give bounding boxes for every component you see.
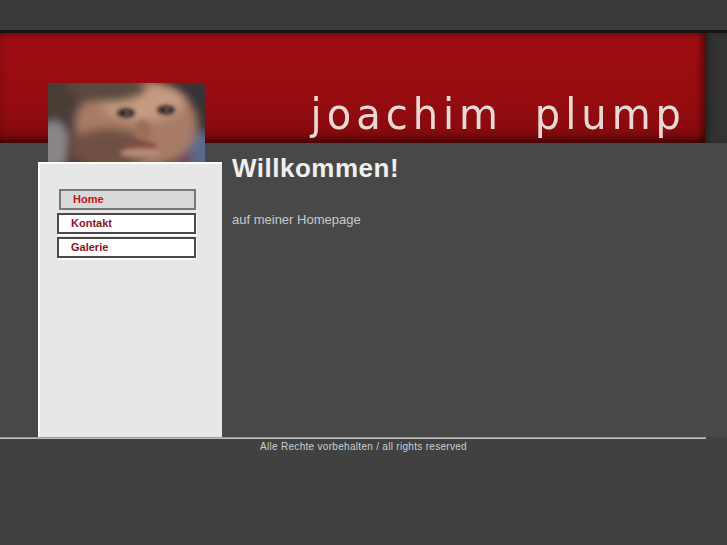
banner-right-gap	[705, 33, 727, 143]
page: joachim plump	[0, 0, 727, 545]
site-logo: joachim plump	[311, 90, 686, 139]
page-subtitle: auf meiner Homepage	[232, 212, 361, 227]
nav-item-kontakt[interactable]: Kontakt	[57, 213, 196, 234]
page-title: Willkommen!	[232, 153, 399, 184]
footer-divider	[0, 437, 706, 439]
main-navigation: Home Kontakt Galerie	[40, 164, 222, 258]
sidebar: Home Kontakt Galerie	[38, 162, 222, 437]
portrait-photo	[48, 83, 205, 163]
nav-item-home[interactable]: Home	[59, 189, 196, 210]
portrait-photo-image	[48, 83, 205, 163]
nav-item-galerie[interactable]: Galerie	[57, 237, 196, 258]
top-strip	[0, 0, 727, 33]
footer-copyright: Alle Rechte vorbehalten / all rights res…	[0, 441, 727, 452]
